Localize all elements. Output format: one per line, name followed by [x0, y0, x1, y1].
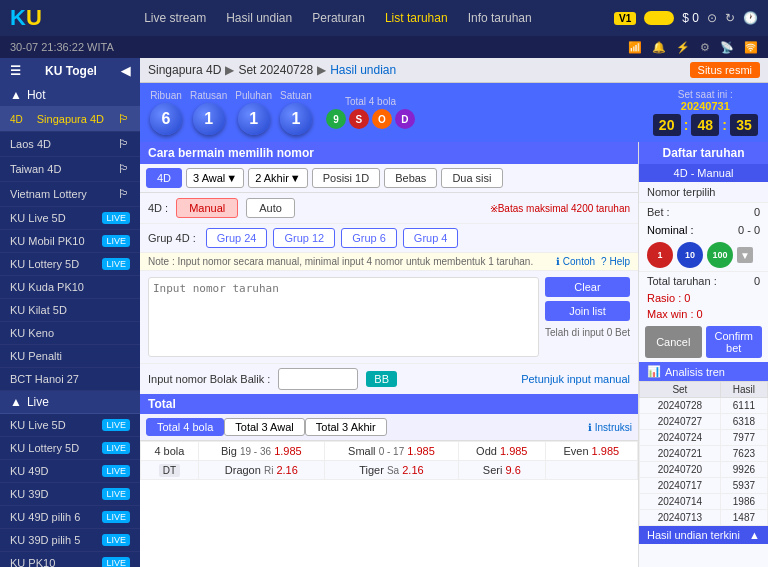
bet-count: Telah di input 0 Bet	[545, 327, 630, 338]
sidebar-item-label: KU 49D pilih 6	[10, 511, 80, 523]
sidebar-item-bcthanoi27[interactable]: BCT Hanoi 27	[0, 368, 140, 391]
sidebar-item-label: KU Lottery 5D	[10, 258, 79, 270]
sidebar-item-live-ku49d[interactable]: KU 49D LIVE	[0, 460, 140, 483]
balik-input[interactable]	[278, 368, 358, 390]
live-badge: LIVE	[102, 488, 130, 500]
main-layout: ☰ KU Togel ◀ ▲ Hot 4D Singapura 4D 🏳 Lao…	[0, 58, 768, 567]
tab-2akhir[interactable]: 2 Akhir▼	[248, 168, 308, 188]
sidebar-item-live-kulive5d[interactable]: KU Live 5D LIVE	[0, 414, 140, 437]
grup-24-button[interactable]: Grup 24	[206, 228, 268, 248]
tab-bebas[interactable]: Bebas	[384, 168, 437, 188]
tab-duasisi[interactable]: Dua sisi	[441, 168, 502, 188]
sidebar-item-kukeno[interactable]: KU Keno	[0, 322, 140, 345]
settings-icon[interactable]: ⚙	[700, 41, 710, 54]
big-cell: Big 19 - 36 1.985	[198, 442, 324, 461]
cara-bermain-header: Cara bermain memilih nomor	[140, 142, 638, 164]
bb-button[interactable]: BB	[366, 371, 397, 387]
toggle-switch[interactable]	[644, 11, 674, 25]
sidebar-item-vietnam[interactable]: Vietnam Lottery 🏳	[0, 182, 140, 207]
rasio-label: Rasio :	[647, 292, 681, 304]
hot-label: Hot	[27, 88, 46, 102]
analisis-set: 20240720	[640, 462, 721, 478]
sidebar-item-kumobilpk10[interactable]: KU Mobil PK10 LIVE	[0, 230, 140, 253]
confirm-bet-button[interactable]: Confirm bet	[706, 326, 763, 358]
grup-4-button[interactable]: Grup 4	[403, 228, 459, 248]
total-tab-4bola[interactable]: Total 4 bola	[146, 418, 224, 436]
sidebar-item-kulottery5d[interactable]: KU Lottery 5D LIVE	[0, 253, 140, 276]
tab-bar: 4D 3 Awal▼ 2 Akhir▼ Posisi 1D Bebas Dua …	[140, 164, 638, 193]
dragon-label: Dragon	[225, 464, 261, 476]
help-link[interactable]: ? Help	[601, 256, 630, 267]
clear-button[interactable]: Clear	[545, 277, 630, 297]
hasil-undian-footer[interactable]: Hasil undian terkini ▲	[639, 526, 768, 544]
grup-6-button[interactable]: Grup 6	[341, 228, 397, 248]
nav-info-taruhan[interactable]: Info taruhan	[468, 11, 532, 25]
sidebar-item-live-kupk10[interactable]: KU PK10 LIVE	[0, 552, 140, 567]
total-tab-3awal[interactable]: Total 3 Awal	[224, 418, 305, 436]
sidebar-item-label: BCT Hanoi 27	[10, 373, 79, 385]
ball-value-1: 1	[193, 103, 225, 135]
total-taruhan-value: 0	[754, 275, 760, 287]
right-panel: Daftar taruhan 4D - Manual Nomor terpili…	[638, 142, 768, 567]
sidebar-item-label: KU Kilat 5D	[10, 304, 67, 316]
analisis-set: 20240714	[640, 494, 721, 510]
nav-list-taruhan[interactable]: List taruhan	[385, 11, 448, 25]
contoh-link[interactable]: ℹ Contoh	[556, 256, 595, 267]
cancel-button[interactable]: Cancel	[645, 326, 702, 358]
tab-posisi1d[interactable]: Posisi 1D	[312, 168, 380, 188]
sidebar-item-live-ku39dpilih5[interactable]: KU 39D pilih 5 LIVE	[0, 529, 140, 552]
live-badge: LIVE	[102, 465, 130, 477]
petunjuk-link[interactable]: Petunjuk input manual	[521, 373, 630, 385]
join-list-button[interactable]: Join list	[545, 301, 630, 321]
tab-3awal[interactable]: 3 Awal▼	[186, 168, 244, 188]
sidebar-item-label: KU Mobil PK10	[10, 235, 85, 247]
sidebar: ☰ KU Togel ◀ ▲ Hot 4D Singapura 4D 🏳 Lao…	[0, 58, 140, 567]
sidebar-item-taiwan4d[interactable]: Taiwan 4D 🏳	[0, 157, 140, 182]
chip-100[interactable]: 100	[707, 242, 733, 268]
analisis-set: 20240721	[640, 446, 721, 462]
tab-4d[interactable]: 4D	[146, 168, 182, 188]
instruksi-link[interactable]: ℹ Instruksi	[588, 422, 632, 433]
sidebar-item-kukilat5d[interactable]: KU Kilat 5D	[0, 299, 140, 322]
chevron-up-icon-live[interactable]: ▲	[10, 395, 22, 409]
nav-peraturan[interactable]: Peraturan	[312, 11, 365, 25]
sidebar-item-live-kulottery5d[interactable]: KU Lottery 5D LIVE	[0, 437, 140, 460]
sidebar-item-live-ku49dpilih6[interactable]: KU 49D pilih 6 LIVE	[0, 506, 140, 529]
mode-auto-button[interactable]: Auto	[246, 198, 295, 218]
refresh-icon[interactable]: ↻	[725, 11, 735, 25]
balik-row: Input nomor Bolak Balik : BB Petunjuk in…	[140, 363, 638, 394]
nav-live-stream[interactable]: Live stream	[144, 11, 206, 25]
analisis-row: 202407209926	[640, 462, 768, 478]
header-right: V1 $ 0 ⊙ ↻ 🕐	[614, 11, 758, 25]
sidebar-item-singapura4d[interactable]: 4D Singapura 4D 🏳	[0, 107, 140, 132]
chip-1[interactable]: 1	[647, 242, 673, 268]
number-input[interactable]	[148, 277, 539, 357]
sidebar-item-live-ku39d[interactable]: KU 39D LIVE	[0, 483, 140, 506]
chevron-up-icon[interactable]: ▲	[10, 88, 22, 102]
breadcrumb-hasil[interactable]: Hasil undian	[330, 63, 396, 77]
big-range: 19 - 36	[240, 446, 271, 457]
official-site-button[interactable]: Situs resmi	[690, 62, 760, 78]
sidebar-item-kulive5d[interactable]: KU Live 5D LIVE	[0, 207, 140, 230]
mode-manual-button[interactable]: Manual	[176, 198, 238, 218]
sidebar-collapse-icon[interactable]: ◀	[121, 64, 130, 78]
sidebar-item-laos4d[interactable]: Laos 4D 🏳	[0, 132, 140, 157]
satuan-label: Satuan	[280, 90, 312, 101]
nav-hasil-undian[interactable]: Hasil undian	[226, 11, 292, 25]
coin-icon: ⊙	[707, 11, 717, 25]
nomor-terpilih-label: Nomor terpilih	[639, 182, 768, 203]
total-taruhan-row: Total taruhan : 0	[639, 271, 768, 290]
total-tab-3akhir[interactable]: Total 3 Akhir	[305, 418, 387, 436]
chip-10[interactable]: 10	[677, 242, 703, 268]
hamburger-icon[interactable]: ☰	[10, 64, 21, 78]
table-row: 4 bola Big 19 - 36 1.985 Small 0 - 17 1.…	[141, 442, 638, 461]
input-area: Clear Join list Telah di input 0 Bet	[140, 271, 638, 363]
sidebar-item-kupenalti[interactable]: KU Penalti	[0, 345, 140, 368]
sidebar-section-hot: ▲ Hot	[0, 84, 140, 107]
sidebar-item-kukudapk10[interactable]: KU Kuda PK10	[0, 276, 140, 299]
chip-dropdown[interactable]: ▼	[737, 247, 753, 263]
bell-icon[interactable]: 🔔	[652, 41, 666, 54]
grup-12-button[interactable]: Grup 12	[273, 228, 335, 248]
analisis-set: 20240717	[640, 478, 721, 494]
seri-price: 9.6	[505, 464, 520, 476]
